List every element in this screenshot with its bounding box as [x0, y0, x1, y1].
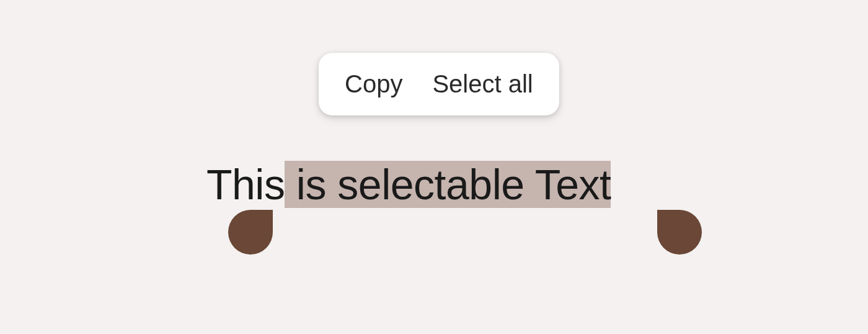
- selected-text-range: is selectable Text: [285, 161, 611, 208]
- copy-button[interactable]: Copy: [345, 70, 402, 98]
- text-selection-context-menu: Copy Select all: [319, 53, 559, 115]
- selection-handle-end[interactable]: [657, 210, 702, 255]
- select-all-button[interactable]: Select all: [432, 70, 533, 98]
- selection-handle-start[interactable]: [228, 210, 273, 255]
- unselected-prefix: This: [206, 161, 285, 208]
- selectable-text[interactable]: This is selectable Text: [206, 163, 611, 205]
